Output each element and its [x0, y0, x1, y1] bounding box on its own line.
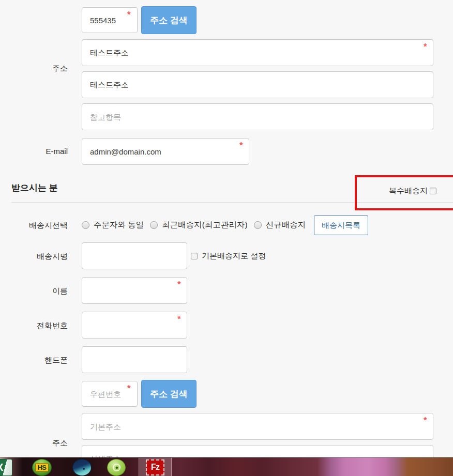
default-address-checkbox-label: 기본배송지로 설정 — [202, 251, 266, 261]
address-list-button[interactable]: 배송지목록 — [314, 216, 368, 235]
radio-button-icon[interactable] — [150, 221, 158, 229]
heidisql-icon-label: HS — [35, 463, 48, 472]
radio-item-same-as-orderer[interactable]: 주문자와 동일 — [82, 220, 144, 231]
orderer-address-search-button[interactable]: 주소 검색 — [141, 6, 197, 34]
default-address-checkbox[interactable] — [191, 253, 198, 259]
required-asterisk: * — [127, 384, 131, 393]
heidisql-icon[interactable]: HS — [32, 459, 52, 476]
multi-address-checkbox[interactable] — [430, 188, 436, 194]
radio-item-new-address[interactable]: 신규배송지 — [254, 220, 306, 231]
radio-label: 신규배송지 — [266, 220, 306, 231]
radio-button-icon[interactable] — [82, 221, 89, 229]
recipient-section-title: 받으시는 분 — [11, 182, 58, 194]
filezilla-icon-label: Fz — [151, 463, 159, 472]
radio-button-icon[interactable] — [254, 221, 262, 229]
required-asterisk: * — [239, 141, 243, 150]
address-select-label: 배송지선택 — [0, 221, 68, 230]
required-asterisk: * — [424, 42, 427, 51]
orderer-address-label: 주소 — [0, 64, 68, 73]
required-asterisk: * — [127, 10, 131, 19]
multi-address-control: 복수배송지 — [389, 186, 436, 196]
recipient-name-label: 이름 — [0, 286, 68, 296]
taskbar: X HS Fz — [0, 457, 453, 476]
excel-icon[interactable]: X — [0, 459, 12, 476]
orderer-address1-input[interactable] — [82, 39, 433, 66]
recipient-address-label: 주소 — [0, 438, 68, 448]
android-studio-icon[interactable] — [107, 459, 126, 476]
required-asterisk: * — [177, 280, 181, 289]
order-form: * 주소 검색 * 주소 E-mail * 받으시는 분 복수배송지 배송지선택… — [0, 0, 453, 457]
radio-label: 주문자와 동일 — [94, 220, 144, 231]
recipient-name-input[interactable] — [82, 277, 187, 304]
address-name-input[interactable] — [82, 242, 187, 269]
radio-item-recent-address[interactable]: 최근배송지(최고관리자) — [150, 220, 247, 231]
orderer-address2-input[interactable] — [82, 71, 433, 98]
address-name-label: 배송지명 — [0, 252, 68, 261]
whale-eye-dot — [83, 468, 85, 470]
recipient-address-search-button[interactable]: 주소 검색 — [141, 380, 197, 408]
mobile-input[interactable] — [82, 346, 187, 373]
filezilla-taskbar-button[interactable]: Fz — [139, 458, 172, 476]
email-input[interactable] — [82, 138, 249, 165]
section-divider — [11, 202, 453, 203]
email-label: E-mail — [0, 147, 68, 156]
phone-label: 전화번호 — [0, 321, 68, 330]
multi-address-label: 복수배송지 — [389, 186, 428, 196]
radio-label: 최근배송지(최고관리자) — [162, 220, 247, 231]
required-asterisk: * — [424, 416, 427, 425]
mobile-label: 핸드폰 — [0, 356, 68, 365]
compass-needle — [115, 466, 118, 469]
compass-glyph — [113, 464, 120, 471]
address-select-radio-group: 주문자와 동일 최근배송지(최고관리자) 신규배송지 — [82, 220, 309, 231]
orderer-address-extra-input[interactable] — [82, 103, 433, 130]
recipient-detail-address-input[interactable] — [82, 445, 433, 457]
default-address-control: 기본배송지로 설정 — [191, 251, 266, 261]
filezilla-icon: Fz — [146, 459, 164, 475]
excel-icon-letter: X — [0, 462, 3, 473]
whale-browser-icon[interactable] — [72, 459, 92, 476]
phone-input[interactable] — [82, 312, 187, 339]
required-asterisk: * — [177, 315, 181, 324]
recipient-base-address-input[interactable] — [82, 413, 433, 440]
